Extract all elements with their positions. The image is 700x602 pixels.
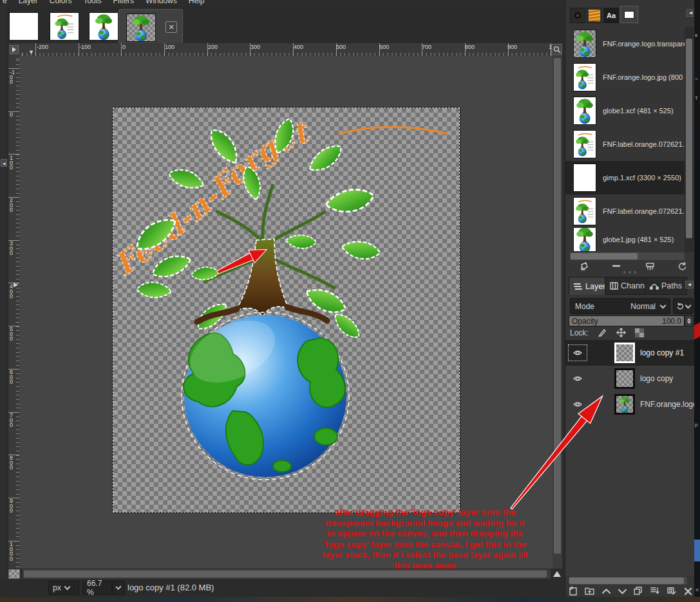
scroll-thumb[interactable] [24, 570, 547, 578]
scroll-thumb[interactable] [571, 253, 638, 259]
tab-fonts[interactable]: Aa [603, 8, 619, 23]
logo-artwork: Feed-n-Forget [113, 108, 459, 512]
close-tab-icon[interactable]: ✕ [166, 21, 177, 33]
scroll-thumb[interactable] [686, 39, 692, 238]
scroll-thumb[interactable] [554, 58, 561, 554]
mode-switch-button[interactable] [673, 298, 694, 314]
layer-mode-select[interactable]: Mode Normal [570, 298, 670, 314]
lock-pixels-icon[interactable] [598, 328, 607, 337]
vertical-ruler[interactable]: -100 0 100 200 300 400 500 600 700 800 9… [8, 56, 19, 569]
visibility-toggle[interactable] [568, 344, 587, 361]
layer-list-empty-area[interactable] [565, 417, 695, 576]
image-thumbnail [573, 197, 596, 225]
layer-row-logo-copy-1[interactable]: logo copy #1 [565, 340, 695, 366]
delete-layer-icon[interactable] [683, 587, 693, 596]
image-list-item[interactable]: FNF.orange.logo.jpg (800 [565, 61, 685, 94]
zoom-value[interactable]: 66.7 % [82, 581, 112, 595]
anchor-mask-icon[interactable] [667, 586, 677, 596]
visibility-toggle[interactable] [568, 370, 587, 387]
canvas-menu-button[interactable] [10, 45, 19, 54]
image-tab-globe[interactable] [85, 9, 122, 43]
image-list-item[interactable]: globe1.jpg (481 × 525) [565, 228, 685, 251]
dock-grip[interactable] [623, 271, 640, 274]
eye-icon [573, 348, 582, 357]
zoom-select[interactable] [112, 581, 125, 595]
canvas-horizontal-scrollbar[interactable] [23, 569, 551, 579]
layer-row-logo-copy[interactable]: logo copy [565, 366, 695, 391]
canvas-vertical-scrollbar[interactable] [553, 56, 562, 569]
new-layer-icon[interactable] [568, 586, 578, 596]
image-list-item[interactable]: FNF.label.orange.072621. [565, 194, 685, 228]
dock-menu-button[interactable]: ◀ [685, 281, 694, 288]
tab-patterns[interactable] [587, 8, 602, 23]
transparent-thumbnail [126, 14, 156, 42]
dock-collapse-icon[interactable]: ◀ [1, 159, 7, 167]
desktop-bottom-strip [0, 597, 700, 602]
images-icon [624, 11, 634, 19]
h-ruler-label: 700 [422, 44, 431, 50]
refresh-button[interactable] [675, 260, 689, 272]
image-list-item-selected[interactable]: gimp.1.xcf (3300 × 2550) [565, 161, 685, 194]
menu-item-tools[interactable]: Tools [83, 0, 101, 5]
raise-displays-button[interactable] [577, 260, 591, 272]
layer-thumbnail[interactable] [614, 394, 635, 415]
image-label: FNF.orange.logo.transpare [603, 40, 685, 48]
menu-item-filters[interactable]: Filters [113, 0, 134, 5]
lock-alpha-icon[interactable] [635, 328, 644, 337]
lock-position-icon[interactable] [616, 328, 626, 337]
images-scrollbar[interactable] [685, 27, 694, 252]
image-list-item[interactable]: FNF.label.orange.072621. [565, 127, 685, 161]
opacity-spinner[interactable] [685, 315, 694, 326]
lower-layer-icon[interactable] [618, 587, 627, 596]
image-list-item[interactable]: globe1.xcf (481 × 525) [565, 94, 685, 127]
eye-icon [573, 400, 582, 409]
raise-layer-icon[interactable] [601, 587, 611, 596]
zoom-follow-window-button[interactable] [551, 44, 562, 55]
mode-label: Mode [575, 302, 594, 311]
image-label: FNF.label.orange.072621. [603, 207, 685, 215]
channels-icon [610, 282, 618, 290]
image-thumbnail [573, 30, 596, 58]
menu-item-colors[interactable]: Colors [50, 0, 72, 5]
horizontal-ruler[interactable]: -200 -100 0 100 200 300 400 500 600 700 … [19, 43, 553, 56]
image-thumbnail [573, 63, 596, 91]
image-tab-blank[interactable] [5, 9, 42, 43]
menu-item-windows[interactable]: Windows [146, 0, 177, 5]
opacity-slider[interactable]: Opacity 100.0 [569, 315, 685, 326]
h-ruler-label: 100 [165, 44, 175, 50]
tab-paths[interactable]: Paths [645, 277, 687, 295]
new-layer-group-icon[interactable] [585, 586, 595, 596]
image-tab-transparent-active[interactable]: ✕ [118, 9, 183, 46]
images-h-scrollbar[interactable] [570, 252, 685, 260]
tab-brushes[interactable] [570, 8, 585, 23]
delete-image-button[interactable] [643, 260, 657, 272]
navigation-button[interactable] [551, 569, 562, 579]
scroll-thumb[interactable] [569, 578, 684, 584]
chevron-down-icon [115, 584, 121, 590]
pointer-marker-icon: ▶ [14, 283, 19, 288]
new-display-button[interactable] [609, 260, 623, 272]
visibility-toggle[interactable] [568, 396, 587, 413]
image-list-item[interactable]: FNF.orange.logo.transpare [565, 27, 685, 61]
merge-down-icon[interactable] [650, 586, 660, 596]
layer-thumbnail[interactable] [614, 368, 635, 389]
unit-select[interactable]: px [48, 581, 79, 595]
menu-item-help[interactable]: Help [189, 0, 205, 5]
canvas-viewport[interactable]: Feed-n-Forget [19, 56, 553, 569]
quick-mask-toggle[interactable] [8, 569, 20, 579]
menu-item-image[interactable]: e [3, 0, 7, 5]
duplicate-layer-icon[interactable] [633, 586, 643, 596]
spin-down-icon [687, 321, 691, 324]
layer-thumbnail[interactable] [614, 343, 635, 363]
raise-window-icon [580, 261, 589, 271]
layer-name: logo copy [640, 374, 673, 383]
layer-row-fnf-logo[interactable]: FNF.orange.logo.j [565, 391, 695, 417]
image-tab-label[interactable] [46, 9, 82, 43]
menu-item-layer[interactable]: Layer [19, 0, 38, 5]
paths-icon [650, 282, 659, 290]
v-ruler-label: 800 [10, 456, 15, 471]
tab-images-active[interactable] [620, 6, 638, 23]
v-ruler-label: 900 [10, 499, 15, 514]
layers-h-scrollbar[interactable] [569, 577, 687, 585]
image-label: gimp.1.xcf (3300 × 2550) [603, 174, 681, 182]
